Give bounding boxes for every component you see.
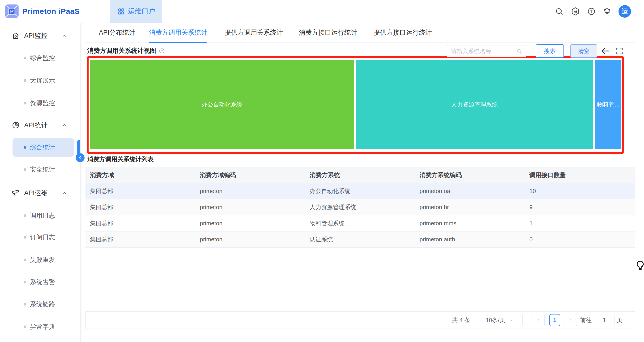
tab-consumer-call-relation[interactable]: 消费方调用关系统计 bbox=[149, 23, 207, 42]
sidebar-item-comprehensive-monitor[interactable]: 综合监控 bbox=[0, 48, 80, 67]
cell: 人力资源管理系统 bbox=[305, 199, 415, 215]
col-consumer-system-code: 消费方系统编码 bbox=[415, 167, 525, 183]
svg-text:P: P bbox=[10, 9, 14, 14]
sidebar-collapse-toggle[interactable] bbox=[76, 153, 84, 162]
sidebar-item-failure-resend[interactable]: 失败重发 bbox=[0, 250, 80, 269]
consumer-call-treemap: 办公自动化系统 人力资源管理系统 物料管... bbox=[90, 60, 622, 149]
cell: 办公自动化系统 bbox=[305, 183, 415, 199]
table-row[interactable]: 集团总部 primeton 物料管理系统 primeton.mms 1 bbox=[86, 216, 635, 232]
cell: 1 bbox=[525, 216, 635, 231]
ai-assistant-icon[interactable]: AI bbox=[571, 7, 580, 16]
app-logo: P Primeton iPaaS bbox=[5, 4, 80, 18]
help-icon[interactable]: ? bbox=[587, 7, 596, 16]
camera-icon bbox=[12, 189, 20, 197]
view-title-text: 消费方调用关系统计视图 bbox=[87, 46, 156, 55]
table-body: 集团总部 primeton 办公自动化系统 primeton.oa 10 集团总… bbox=[86, 183, 635, 248]
sidebar-item-comprehensive-statistics[interactable]: 综合统计 bbox=[0, 138, 80, 157]
cell: 10 bbox=[525, 183, 635, 199]
apps-grid-icon bbox=[118, 8, 125, 15]
app-title: Primeton iPaaS bbox=[22, 7, 80, 16]
cell: 集团总部 bbox=[86, 216, 195, 231]
svg-text:?: ? bbox=[590, 9, 592, 14]
page: P Primeton iPaaS 运维门户 bbox=[0, 0, 644, 342]
search-input-icon bbox=[516, 48, 522, 54]
table-row[interactable]: 集团总部 primeton 办公自动化系统 primeton.oa 10 bbox=[86, 183, 635, 199]
sidebar-item-resource-monitor[interactable]: 资源监控 bbox=[0, 94, 80, 112]
pie-chart-icon bbox=[12, 121, 20, 129]
tab-consumer-api-run[interactable]: 消费方接口运行统计 bbox=[299, 23, 357, 42]
chevron-up-icon bbox=[61, 122, 68, 128]
goto-page-input[interactable] bbox=[594, 314, 614, 326]
title-help-icon[interactable]: ? bbox=[159, 48, 165, 54]
sidebar-item-subscribe-log[interactable]: 订阅日志 bbox=[0, 228, 80, 247]
prev-page-button[interactable] bbox=[532, 314, 545, 326]
sidebar-item-big-screen[interactable]: 大屏展示 bbox=[0, 71, 80, 90]
total-count: 共 4 条 bbox=[452, 316, 470, 324]
sidebar-item-system-link[interactable]: 系统链路 bbox=[0, 295, 80, 314]
item-label: 资源监控 bbox=[30, 99, 55, 107]
portal-tab-label: 运维门户 bbox=[128, 7, 155, 16]
portal-tab[interactable]: 运维门户 bbox=[110, 0, 162, 22]
cell: 物料管理系统 bbox=[305, 216, 415, 231]
sidebar-item-exception-dictionary[interactable]: 异常字典 bbox=[0, 318, 80, 336]
next-page-button[interactable] bbox=[564, 314, 577, 326]
fullscreen-button[interactable] bbox=[614, 46, 624, 56]
chevron-up-icon bbox=[61, 33, 68, 39]
cell: primeton bbox=[195, 199, 305, 215]
treemap-block-hr[interactable]: 人力资源管理系统 bbox=[356, 60, 593, 149]
col-consumer-domain-code: 消费方域编码 bbox=[195, 167, 305, 183]
logo-icon: P bbox=[5, 4, 19, 18]
view-title: 消费方调用关系统计视图 ? bbox=[87, 44, 165, 58]
item-label: 系统告警 bbox=[30, 278, 55, 286]
table-row[interactable]: 集团总部 primeton 认证系统 primeton.auth 0 bbox=[86, 232, 635, 248]
sidebar-group-api-monitor[interactable]: API监控 bbox=[0, 26, 80, 45]
lightbulb-icon[interactable] bbox=[634, 260, 644, 274]
page-size-select[interactable]: 10条/页 bbox=[477, 314, 522, 326]
bullet-dot bbox=[24, 303, 26, 306]
search-input[interactable] bbox=[451, 48, 516, 55]
cell: 0 bbox=[525, 232, 635, 248]
cell: primeton.auth bbox=[415, 232, 525, 248]
pagination-bar: 共 4 条 10条/页 1 前往 页 bbox=[86, 311, 635, 329]
item-label: 失败重发 bbox=[30, 256, 55, 264]
col-consumer-system: 消费方系统 bbox=[305, 167, 415, 183]
search-icon[interactable] bbox=[555, 7, 564, 16]
svg-text:AI: AI bbox=[574, 10, 577, 13]
table-header-row: 消费方域 消费方域编码 消费方系统 消费方系统编码 调用接口数量 bbox=[86, 167, 635, 183]
main-content: API分布统计 消费方调用关系统计 提供方调用关系统计 消费方接口运行统计 提供… bbox=[86, 23, 635, 342]
item-label: 大屏展示 bbox=[30, 76, 55, 85]
clear-button[interactable]: 清空 bbox=[570, 44, 597, 58]
bullet-dot bbox=[24, 326, 26, 328]
treemap-block-oa[interactable]: 办公自动化系统 bbox=[90, 60, 354, 149]
home-icon bbox=[12, 32, 20, 40]
page-number-1[interactable]: 1 bbox=[550, 314, 560, 326]
sidebar-group-api-statistics[interactable]: API统计 bbox=[0, 116, 80, 135]
sidebar-item-call-log[interactable]: 调用日志 bbox=[0, 206, 80, 225]
list-title: 消费方调用关系统计列表 bbox=[87, 155, 154, 163]
statistics-tabs: API分布统计 消费方调用关系统计 提供方调用关系统计 消费方接口运行统计 提供… bbox=[86, 23, 635, 42]
group-label: API统计 bbox=[24, 121, 48, 130]
tab-api-distribution[interactable]: API分布统计 bbox=[99, 23, 135, 42]
bell-icon[interactable] bbox=[603, 7, 611, 16]
bullet-dot bbox=[24, 258, 26, 261]
item-label: 安全统计 bbox=[30, 165, 55, 174]
search-button[interactable]: 搜索 bbox=[536, 44, 564, 58]
item-label: 综合监控 bbox=[30, 54, 55, 62]
goto-label: 前往 bbox=[580, 316, 592, 324]
user-avatar[interactable]: 运 bbox=[618, 5, 631, 18]
sidebar-group-api-operations[interactable]: API运维 bbox=[0, 184, 80, 202]
col-call-api-count: 调用接口数量 bbox=[525, 167, 635, 183]
table-row[interactable]: 集团总部 primeton 人力资源管理系统 primeton.hr 9 bbox=[86, 199, 635, 216]
item-label: 调用日志 bbox=[30, 211, 55, 220]
treemap-block-mms[interactable]: 物料管... bbox=[595, 60, 622, 149]
back-arrow-button[interactable] bbox=[600, 46, 610, 56]
cell: 9 bbox=[525, 199, 635, 215]
bullet-dot bbox=[24, 236, 26, 239]
sidebar-item-security-statistics[interactable]: 安全统计 bbox=[0, 160, 80, 179]
sidebar-item-system-alert[interactable]: 系统告警 bbox=[0, 273, 80, 292]
tab-provider-call-relation[interactable]: 提供方调用关系统计 bbox=[224, 23, 283, 42]
tab-provider-api-run[interactable]: 提供方接口运行统计 bbox=[374, 23, 432, 42]
treemap-label: 物料管... bbox=[597, 101, 620, 108]
page-size-value: 10条/页 bbox=[486, 316, 505, 324]
cell: primeton.hr bbox=[415, 199, 525, 215]
